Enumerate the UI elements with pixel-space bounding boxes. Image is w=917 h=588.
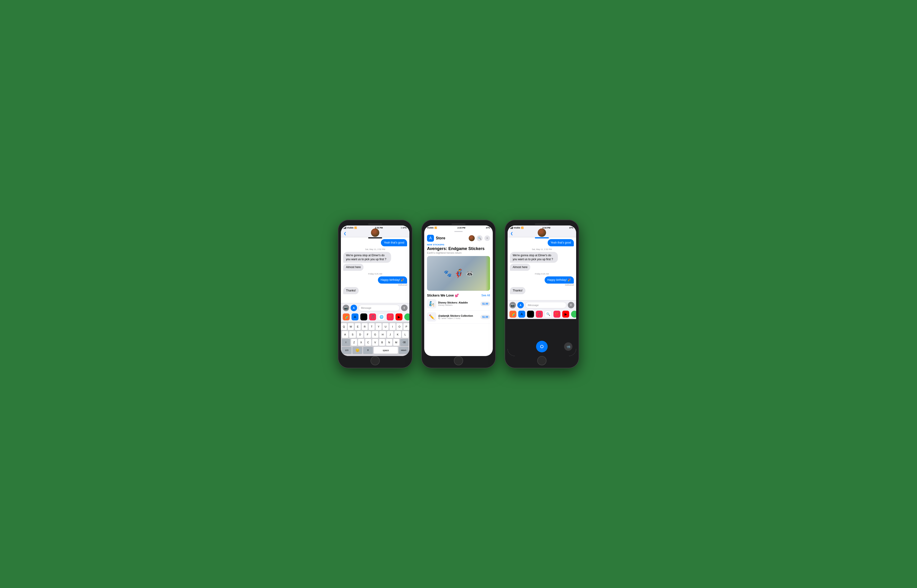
- header-center-1: [368, 228, 382, 238]
- key-mic[interactable]: 🎙: [363, 347, 373, 354]
- wifi-icon: 📶: [354, 227, 357, 229]
- key-u[interactable]: U: [383, 323, 388, 330]
- sticker-banner[interactable]: 🐾 🦸 🦝: [427, 256, 490, 291]
- home-button-2[interactable]: [454, 356, 463, 365]
- tray-appstore-icon-3[interactable]: A: [518, 311, 525, 318]
- key-l[interactable]: L: [402, 331, 409, 338]
- key-b[interactable]: B: [379, 339, 385, 346]
- key-q[interactable]: Q: [341, 323, 347, 330]
- tray-extra-icon-3[interactable]: [571, 311, 576, 318]
- tray-youtube-icon[interactable]: ▶: [396, 313, 403, 320]
- tray-search-icon-3[interactable]: 🔍: [545, 311, 551, 318]
- tray-youtube-icon-3[interactable]: ▶: [562, 311, 569, 318]
- tray-extra-icon[interactable]: [404, 313, 409, 320]
- bubble-yeah-3[interactable]: Yeah that's good: [548, 239, 574, 246]
- bubble-almost-3[interactable]: Almost here: [510, 264, 530, 271]
- key-p[interactable]: P: [403, 323, 409, 330]
- key-delete[interactable]: ⌫: [400, 339, 409, 346]
- close-button[interactable]: ✕: [484, 236, 490, 241]
- bubble-elmers[interactable]: We're gonna stop at Elmer's do you want …: [343, 252, 391, 263]
- back-button-3[interactable]: ❮: [510, 231, 513, 235]
- key-g[interactable]: G: [372, 331, 378, 338]
- message-input-3[interactable]: iMessage: [525, 302, 566, 309]
- tray-heart-icon[interactable]: ❤️: [387, 313, 394, 320]
- user-avatar-icon[interactable]: [469, 235, 475, 241]
- search-icon[interactable]: 🔍: [477, 235, 483, 241]
- key-c[interactable]: C: [365, 339, 371, 346]
- price-button-adamjk[interactable]: $1.99: [480, 315, 490, 319]
- avatar-image-1: [371, 228, 379, 237]
- bubble-birthday[interactable]: Happy birthday! 🎉: [378, 276, 407, 284]
- appstore-button-1[interactable]: A: [351, 305, 357, 311]
- key-j[interactable]: J: [387, 331, 393, 338]
- sticker-thumb-disney: 🧞: [427, 299, 436, 309]
- message-input-1[interactable]: Message: [359, 305, 399, 311]
- key-123[interactable]: 123: [342, 347, 351, 354]
- key-v[interactable]: V: [372, 339, 378, 346]
- bubble-elmers-3[interactable]: We're gonna stop at Elmer's do you want …: [510, 252, 558, 263]
- key-w[interactable]: W: [348, 323, 354, 330]
- bubble-almost[interactable]: Almost here: [343, 264, 364, 271]
- see-all-button[interactable]: See All: [482, 294, 490, 297]
- timestamp-2: Friday 9:25 AM: [343, 273, 407, 275]
- tray-appstore-icon[interactable]: A: [351, 313, 359, 320]
- phone-3-top-bar: [508, 223, 576, 226]
- bubble-thanks-3[interactable]: Thanks!: [510, 287, 526, 294]
- tray-globe-icon[interactable]: 🌐: [378, 313, 385, 320]
- key-y[interactable]: Y: [375, 323, 382, 330]
- video-button[interactable]: 📹: [564, 342, 573, 351]
- mic-button-1[interactable]: 🎙: [401, 305, 408, 311]
- home-button-3[interactable]: [537, 356, 547, 365]
- tray-music-icon[interactable]: 🎵: [369, 313, 376, 320]
- price-button-disney[interactable]: $1.99: [480, 302, 490, 306]
- key-return[interactable]: return: [399, 347, 409, 354]
- tray-applepay-icon-3[interactable]: Pay: [527, 311, 534, 318]
- key-f[interactable]: F: [364, 331, 371, 338]
- appstore-button-3[interactable]: A: [518, 302, 524, 309]
- key-o[interactable]: O: [396, 323, 403, 330]
- back-button-1[interactable]: ❮: [344, 231, 346, 235]
- bubble-birthday-3[interactable]: Happy birthday! 🎉: [545, 276, 574, 284]
- contact-avatar-1[interactable]: [371, 228, 379, 237]
- camera-button-1[interactable]: 📷: [343, 305, 349, 311]
- key-x[interactable]: X: [358, 339, 364, 346]
- key-emoji[interactable]: 😊: [353, 347, 362, 354]
- key-i[interactable]: I: [390, 323, 396, 330]
- mic-button-3[interactable]: 🎙: [568, 302, 574, 309]
- contact-avatar-3[interactable]: [538, 228, 546, 237]
- key-s[interactable]: S: [349, 331, 356, 338]
- key-m[interactable]: M: [393, 339, 399, 346]
- key-e[interactable]: E: [355, 323, 361, 330]
- bubble-yeah[interactable]: Yeah that's good: [381, 239, 407, 246]
- key-r[interactable]: R: [362, 323, 368, 330]
- bubble-thanks[interactable]: Thanks!: [343, 287, 359, 294]
- key-a[interactable]: A: [342, 331, 348, 338]
- key-shift[interactable]: ⇧: [342, 339, 350, 346]
- key-k[interactable]: K: [395, 331, 401, 338]
- back-chevron-icon: ❮: [344, 231, 346, 235]
- sheet-handle[interactable]: [454, 231, 463, 232]
- key-z[interactable]: Z: [351, 339, 357, 346]
- tray-applepay-icon[interactable]: Pay: [360, 313, 367, 320]
- wifi-icon-2: 📶: [434, 227, 437, 229]
- camera-button-3[interactable]: 📷: [509, 302, 516, 309]
- tray-photos-icon[interactable]: 🌈: [343, 313, 350, 320]
- message-received-3: Thanks!: [343, 287, 407, 294]
- message-received-3b: Almost here: [510, 264, 574, 271]
- sticker-item-adamjk[interactable]: ✏️ @adamjk Stickers Collection by "artis…: [427, 312, 490, 324]
- home-button-1[interactable]: [370, 356, 380, 365]
- key-space[interactable]: space: [374, 347, 398, 354]
- key-h[interactable]: H: [379, 331, 386, 338]
- message-sent-1: Yeah that's good: [343, 239, 407, 246]
- shutter-button[interactable]: [536, 341, 548, 352]
- wifi-icon-3: 📶: [521, 227, 524, 229]
- tray-photos-icon-3[interactable]: 🌈: [509, 311, 516, 318]
- status-left-2: Visible 📶: [427, 227, 437, 229]
- phone-1-bottom: [341, 356, 409, 365]
- sticker-item-disney[interactable]: 🧞 Disney Stickers: Aladdin Disney Sticke…: [427, 299, 490, 310]
- tray-heart-icon-3[interactable]: ❤️: [553, 311, 560, 318]
- tray-music-icon-3[interactable]: 🎵: [536, 311, 543, 318]
- key-t[interactable]: T: [369, 323, 375, 330]
- key-d[interactable]: D: [357, 331, 363, 338]
- key-n[interactable]: N: [386, 339, 392, 346]
